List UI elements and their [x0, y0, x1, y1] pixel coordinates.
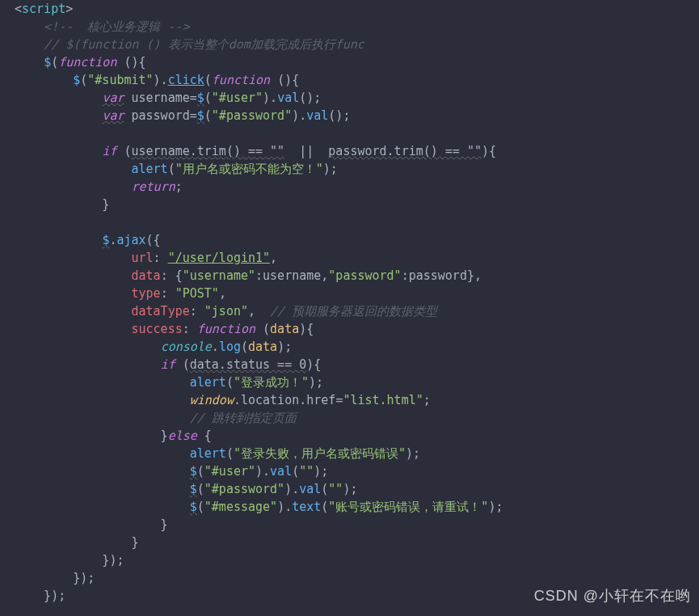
string: "#user" [204, 464, 255, 479]
brace: } [15, 197, 109, 212]
punc: ( [226, 446, 234, 461]
indent [15, 357, 161, 372]
obj-console: console [161, 340, 212, 354]
punc: ). [255, 464, 270, 479]
param-data: data [248, 340, 277, 354]
prop: .location.href [234, 393, 335, 407]
punc: :username, [255, 268, 328, 283]
kw-if: if [102, 144, 124, 158]
string: "" [299, 464, 314, 479]
comment-inline: // 预期服务器返回的数据类型 [270, 304, 437, 319]
ident: password [124, 108, 189, 123]
dollar: $ [190, 464, 197, 479]
dollar: $ [73, 73, 80, 87]
kw-else: else [168, 428, 204, 443]
string: "用户名或密码不能为空！" [175, 162, 323, 176]
punc: ). [284, 482, 299, 496]
indent [15, 108, 102, 123]
indent [15, 91, 102, 105]
string: "POST" [175, 286, 219, 301]
punc: ( [197, 500, 204, 514]
fn-log: log [219, 340, 241, 354]
colon: : [161, 286, 175, 301]
punc: ( [263, 322, 270, 336]
blank [15, 215, 22, 230]
punc: ); [488, 500, 503, 514]
indent [15, 411, 190, 425]
punc: ). [263, 91, 277, 105]
punc: ); [309, 375, 323, 390]
key-success: success [15, 322, 183, 336]
kw-function: function [197, 322, 263, 336]
tag-close: > [65, 2, 73, 16]
punc: ( [226, 375, 234, 390]
key-url: url [15, 251, 154, 265]
indent [15, 233, 102, 247]
string: "#submit" [87, 73, 153, 87]
punc: ). [292, 108, 306, 123]
brace: } [15, 535, 139, 550]
indent [15, 464, 190, 479]
fn-val: val [299, 482, 321, 496]
colon: : [190, 304, 204, 319]
brace: } [15, 517, 168, 532]
comment-line: // $(function () 表示当整个dom加载完成后执行func [15, 37, 364, 52]
punc: ( [80, 73, 87, 87]
string: "username" [183, 268, 255, 283]
indent [15, 73, 73, 87]
punc: , [219, 286, 226, 301]
indent [15, 340, 161, 354]
punc: ). [154, 73, 168, 87]
punc: ); [406, 446, 420, 461]
dollar: $ [44, 55, 51, 70]
tag-name: script [22, 2, 65, 16]
param-data: data [270, 322, 299, 336]
punc: ( [183, 357, 190, 372]
fn-val: val [270, 464, 292, 479]
punc: ( [204, 108, 212, 123]
indent [15, 55, 44, 70]
indent [15, 446, 190, 461]
comment-line: // 跳转到指定页面 [190, 411, 297, 425]
punc: ( [292, 464, 299, 479]
watermark-text: CSDN @小轩在不在哟 [534, 587, 691, 605]
kw-if: if [161, 357, 183, 372]
brace: ){ [306, 357, 321, 372]
fn-alert: alert [132, 162, 168, 176]
punc: ( [204, 91, 212, 105]
punc: ). [277, 500, 292, 514]
punc: ); [314, 464, 328, 479]
ident: username [124, 91, 189, 105]
brace: ){ [299, 322, 314, 336]
indent [15, 393, 190, 407]
fn-alert: alert [190, 446, 226, 461]
indent [15, 482, 190, 496]
punc: (); [299, 91, 321, 105]
fn-val: val [306, 108, 328, 123]
punc: ( [321, 482, 328, 496]
kw-var: var [102, 91, 124, 105]
expr-wavy: username.trim() == "" [132, 144, 285, 158]
kw-function: function [212, 73, 277, 87]
indent [15, 162, 132, 176]
string: "登录失败，用户名或密码错误" [234, 446, 406, 461]
dollar: $ [197, 108, 204, 123]
brace: (){ [277, 73, 299, 87]
brace: (){ [124, 55, 145, 70]
string: "list.html" [343, 393, 423, 407]
string: "" [328, 482, 343, 496]
indent [15, 144, 102, 158]
punc: ( [168, 162, 175, 176]
dollar: $ [197, 91, 204, 105]
string: "#password" [212, 108, 292, 123]
punc: ( [124, 144, 131, 158]
kw-function: function [58, 55, 124, 70]
punc: ; [423, 393, 431, 407]
kw-return: return [132, 179, 175, 194]
colon: : { [161, 268, 183, 283]
fn-text: text [292, 500, 321, 514]
dollar: $ [190, 482, 197, 496]
colon: : [154, 251, 168, 265]
string: "#message" [204, 500, 277, 514]
fn-click: click [168, 73, 204, 87]
